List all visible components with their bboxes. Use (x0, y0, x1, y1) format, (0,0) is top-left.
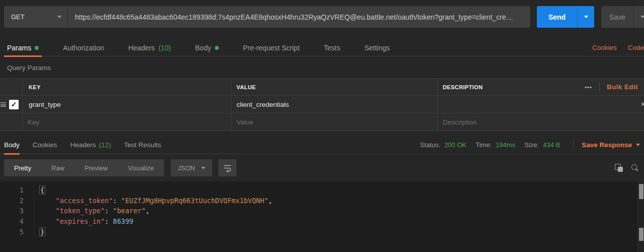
drag-handle-icon[interactable] (1, 102, 6, 107)
code-line: 4 "expires_in": 86399 (0, 216, 637, 227)
status-value: 200 OK (444, 141, 466, 149)
line-number: 3 (0, 206, 34, 216)
view-tab-raw[interactable]: Raw (41, 159, 74, 176)
line-number: 5 (0, 227, 34, 237)
tab-pre-request-script[interactable]: Pre-request Script (240, 39, 303, 56)
json-string-value: "bearer" (113, 207, 145, 215)
json-number-value: 86399 (113, 217, 133, 225)
response-tab-body[interactable]: Body (4, 136, 20, 154)
param-description-cell[interactable]: ✕ (438, 96, 644, 113)
save-options-button[interactable] (633, 6, 644, 28)
check-icon: ✓ (11, 100, 17, 108)
response-headers-count-badge: (12) (99, 141, 111, 149)
param-key-value: grant_type (29, 101, 61, 108)
new-key-cell (23, 113, 231, 131)
param-row-new (0, 113, 644, 131)
response-tabs: Body Cookies Headers (12) Test Results S… (0, 136, 644, 154)
chevron-down-icon (636, 144, 640, 146)
code-line: 5 } (0, 227, 637, 237)
url-input[interactable] (68, 6, 530, 28)
new-value-input[interactable] (236, 118, 432, 126)
response-body-viewer: 1 { 2 "access_token": "EUZfJMg8HpvpRq663… (0, 181, 644, 252)
cookies-link[interactable]: Cookies (592, 44, 617, 51)
response-tab-headers-label: Headers (70, 141, 96, 149)
param-key-cell[interactable]: grant_type (23, 96, 231, 113)
save-response-label: Save Response (582, 141, 632, 149)
query-params-table: KEY VALUE DESCRIPTION ••• Bulk Edit ✓ gr… (0, 78, 644, 131)
size-label: Size: (524, 141, 539, 149)
language-select[interactable]: JSON (171, 159, 212, 176)
postman-window: GET Send Save Params Autho (0, 0, 644, 252)
copy-icon[interactable] (615, 164, 623, 172)
param-value-cell[interactable]: client_credentials (231, 96, 438, 113)
description-column-label: DESCRIPTION (443, 84, 483, 90)
save-button[interactable]: Save (601, 6, 633, 28)
response-tab-body-label: Body (4, 141, 20, 149)
time-label: Time: (475, 141, 492, 149)
wrap-text-button[interactable] (218, 159, 236, 176)
new-description-input[interactable] (443, 118, 639, 126)
row-select-cell: ✓ (0, 96, 23, 113)
response-tab-cookies-label: Cookies (33, 141, 57, 149)
code-link[interactable]: Code (628, 44, 644, 51)
tab-authorization-label: Authorization (63, 44, 104, 52)
green-dot-icon (35, 46, 39, 50)
response-json: 1 { 2 "access_token": "EUZfJMg8HpvpRq663… (0, 181, 637, 252)
code-line: 2 "access_token": "EUZfJMg8HpvpRq663tUuc… (0, 196, 637, 206)
response-meta: Status: 200 OK Time: 194ms Size: 434 B S… (420, 140, 644, 151)
view-tab-visualize[interactable]: Visualize (118, 159, 164, 176)
search-icon[interactable] (631, 164, 639, 172)
more-actions-button[interactable]: ••• (585, 84, 592, 90)
view-tab-pretty[interactable]: Pretty (4, 159, 41, 176)
divider (599, 82, 600, 92)
param-value-value: client_credentials (236, 101, 289, 108)
param-enabled-checkbox[interactable]: ✓ (9, 100, 19, 109)
close-brace: } (39, 227, 45, 236)
tab-settings[interactable]: Settings (361, 39, 393, 56)
scrollbar-thumb[interactable] (639, 184, 643, 199)
tab-headers-label: Headers (128, 44, 155, 52)
size-value: 434 B (543, 141, 560, 149)
select-column-header (0, 79, 23, 95)
bulk-edit-link[interactable]: Bulk Edit (607, 83, 638, 91)
json-string-value: "EUZfJMg8HpvpRq663tUuchDVQFmx1bVQNH" (121, 197, 269, 205)
tab-tests[interactable]: Tests (321, 39, 344, 56)
chevron-down-icon (201, 167, 205, 169)
tab-headers[interactable]: Headers (10) (125, 39, 174, 56)
json-key: "token_type" (56, 207, 105, 215)
tab-body[interactable]: Body (192, 39, 222, 56)
wrap-text-icon (223, 163, 232, 172)
tab-tests-label: Tests (324, 44, 341, 52)
save-response-button[interactable]: Save Response (582, 141, 640, 149)
line-number: 1 (0, 185, 34, 196)
status-label: Status: (420, 141, 440, 149)
tab-params[interactable]: Params (4, 39, 42, 56)
new-value-cell (231, 113, 438, 131)
response-tab-test-results[interactable]: Test Results (124, 136, 162, 154)
tab-body-label: Body (195, 44, 211, 52)
row-select-cell (0, 113, 23, 131)
chevron-down-icon (640, 16, 644, 18)
chevron-down-icon (584, 16, 588, 18)
request-bar: GET Send Save (0, 0, 644, 33)
view-tab-preview[interactable]: Preview (74, 159, 118, 176)
response-tab-cookies[interactable]: Cookies (33, 136, 57, 154)
tab-params-label: Params (7, 44, 31, 52)
divider (573, 140, 574, 151)
http-method-select[interactable]: GET (4, 6, 68, 28)
chevron-down-icon (57, 16, 61, 18)
query-params-title: Query Params (7, 64, 51, 72)
tab-settings-label: Settings (364, 44, 390, 52)
send-button[interactable]: Send (537, 6, 577, 28)
tab-authorization[interactable]: Authorization (60, 39, 107, 56)
key-column-header: KEY (23, 79, 231, 95)
description-column-header: DESCRIPTION ••• Bulk Edit (438, 79, 644, 95)
new-key-input[interactable] (28, 118, 226, 126)
scrollbar-thumb[interactable] (639, 228, 643, 241)
line-number: 2 (0, 196, 34, 206)
delete-row-icon[interactable]: ✕ (640, 101, 644, 108)
green-dot-icon (215, 46, 219, 50)
http-method-value: GET (11, 13, 57, 21)
response-tab-headers[interactable]: Headers (12) (70, 136, 111, 154)
send-options-button[interactable] (577, 6, 594, 28)
